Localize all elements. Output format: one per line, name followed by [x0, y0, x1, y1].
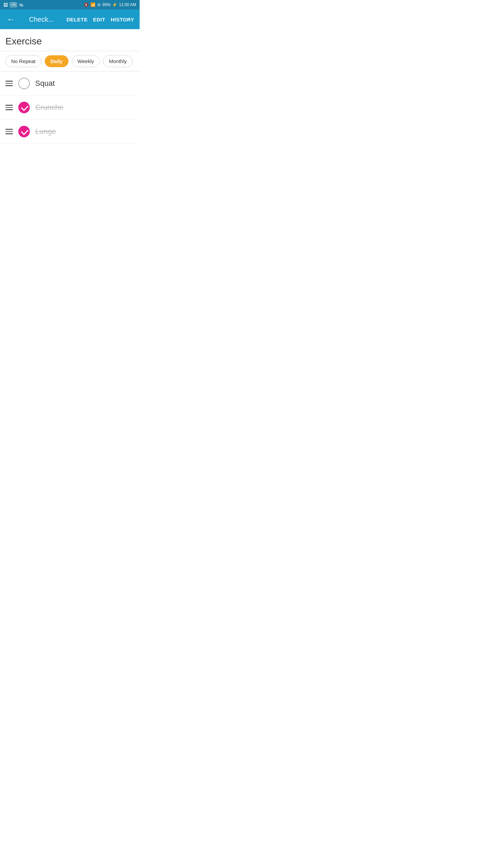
- dnd-icon: ⊘: [97, 2, 101, 7]
- vr-icon: VR: [10, 2, 17, 7]
- task-checkbox-3[interactable]: [18, 126, 30, 137]
- tab-weekly[interactable]: Weekly: [72, 55, 100, 67]
- task-list: Squat Crunche Lunge: [0, 72, 140, 144]
- task-label-3: Lunge: [35, 127, 56, 136]
- list-item: Lunge: [0, 120, 140, 144]
- task-checkbox-1[interactable]: [18, 78, 30, 89]
- list-item: Squat: [0, 72, 140, 96]
- app-bar: ← Check... DELETE EDIT HISTORY: [0, 9, 140, 29]
- filter-tabs: No Repeat Daily Weekly Monthly: [0, 51, 140, 72]
- status-bar-left-icons: 🖼 VR 🛍: [3, 2, 23, 7]
- app-bar-actions: DELETE EDIT HISTORY: [66, 17, 134, 22]
- list-item: Crunche: [0, 96, 140, 120]
- drag-handle[interactable]: [5, 129, 13, 134]
- battery-percentage: 95%: [102, 2, 110, 7]
- clock: 11:00 AM: [119, 2, 136, 7]
- tab-no-repeat[interactable]: No Repeat: [5, 55, 41, 67]
- drag-handle[interactable]: [5, 105, 13, 110]
- page-title: Exercise: [0, 29, 140, 51]
- tab-monthly[interactable]: Monthly: [103, 55, 133, 67]
- bag-icon: 🛍: [19, 2, 23, 7]
- drag-handle[interactable]: [5, 81, 13, 86]
- history-button[interactable]: HISTORY: [111, 17, 134, 22]
- task-label-1: Squat: [35, 79, 55, 88]
- app-bar-title: Check...: [20, 16, 62, 23]
- edit-button[interactable]: EDIT: [93, 17, 105, 22]
- tab-daily[interactable]: Daily: [45, 55, 68, 67]
- image-icon: 🖼: [3, 2, 8, 7]
- task-checkbox-2[interactable]: [18, 102, 30, 113]
- status-bar: 🖼 VR 🛍 🔇 📶 ⊘ 95% ⚡ 11:00 AM: [0, 0, 140, 9]
- status-bar-right-icons: 🔇 📶 ⊘ 95% ⚡ 11:00 AM: [84, 2, 136, 7]
- wifi-icon: 📶: [90, 2, 96, 7]
- delete-button[interactable]: DELETE: [66, 17, 87, 22]
- back-button[interactable]: ←: [5, 13, 16, 25]
- battery-icon: ⚡: [112, 2, 117, 7]
- mute-icon: 🔇: [84, 2, 89, 7]
- task-label-2: Crunche: [35, 103, 63, 112]
